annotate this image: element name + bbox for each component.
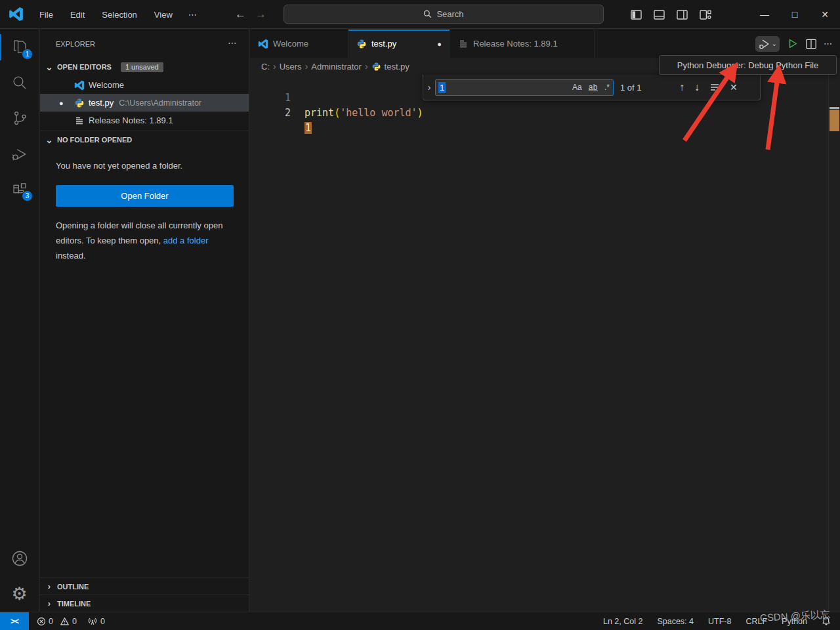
- find-buttons: ↑ ↓ ✕: [679, 81, 738, 93]
- more-actions-icon[interactable]: ⋯: [824, 39, 833, 49]
- tab-release-notes[interactable]: Release Notes: 1.89.1: [450, 30, 595, 58]
- release-notes-icon: [458, 39, 469, 49]
- sidebar-more-actions-icon[interactable]: ⋯: [228, 37, 238, 48]
- breadcrumb-drive[interactable]: C:: [261, 62, 270, 72]
- close-button[interactable]: ✕: [810, 0, 840, 29]
- editor-item-path: C:\Users\Administrator: [119, 98, 201, 108]
- remote-indicator[interactable]: ><: [0, 612, 29, 630]
- breadcrumb-administrator[interactable]: Administrator: [311, 62, 362, 72]
- command-center-search[interactable]: Search: [284, 5, 604, 24]
- modified-dot-icon[interactable]: ●: [437, 40, 442, 48]
- overview-ruler-find-marker: [830, 110, 839, 131]
- menu-bar: File Edit Selection View ⋯: [33, 0, 203, 29]
- tab-testpy[interactable]: test.py ●: [348, 30, 450, 58]
- line-number: 2: [250, 106, 291, 121]
- activitybar-search[interactable]: [0, 65, 39, 100]
- error-count: 0: [49, 617, 53, 626]
- no-folder-note: Opening a folder will close all currentl…: [56, 218, 234, 263]
- close-find-icon[interactable]: ✕: [730, 82, 738, 93]
- search-icon: [423, 10, 432, 18]
- customize-layout-icon[interactable]: [700, 10, 711, 20]
- whole-word-icon[interactable]: ab: [589, 83, 598, 92]
- breadcrumb-users[interactable]: Users: [280, 62, 302, 72]
- section-outline[interactable]: › OUTLINE: [40, 578, 249, 595]
- chevron-right-icon: ›: [272, 61, 278, 72]
- section-timeline[interactable]: › TIMELINE: [40, 595, 249, 612]
- indentation[interactable]: Spaces: 4: [657, 617, 694, 626]
- toggle-panel-icon[interactable]: [654, 10, 665, 20]
- open-folder-button[interactable]: Open Folder: [56, 185, 234, 207]
- add-a-folder-link[interactable]: add a folder: [163, 236, 209, 245]
- breadcrumb-file[interactable]: test.py: [371, 62, 410, 72]
- problems-indicator[interactable]: 0 0: [37, 617, 77, 626]
- token-string: 'hello world': [340, 107, 417, 119]
- find-options: Aa ab .*: [572, 83, 610, 92]
- ports-indicator[interactable]: 0: [87, 616, 105, 626]
- find-query-selected: 1: [438, 82, 446, 93]
- warning-icon: [60, 617, 70, 626]
- activitybar-extensions[interactable]: 3: [0, 171, 39, 207]
- open-editor-release-notes[interactable]: Release Notes: 1.89.1: [40, 112, 249, 129]
- token-paren: ): [417, 107, 423, 119]
- find-in-selection-icon[interactable]: [709, 82, 720, 93]
- activitybar-source-control[interactable]: [0, 100, 39, 136]
- activitybar-run-debug[interactable]: [0, 136, 39, 171]
- previous-match-icon[interactable]: ↑: [679, 81, 684, 93]
- open-editors-label: OPEN EDITORS: [57, 63, 112, 71]
- chevron-right-icon: ›: [364, 61, 369, 72]
- menu-view[interactable]: View: [148, 7, 179, 22]
- regex-icon[interactable]: .*: [604, 83, 610, 92]
- notifications-bell-icon[interactable]: [822, 616, 831, 626]
- activity-bar: 1 3 ⚙: [0, 30, 39, 612]
- code-text: print('hello world'): [304, 106, 423, 121]
- maximize-button[interactable]: □: [780, 0, 810, 29]
- forward-arrow-icon[interactable]: →: [255, 8, 266, 21]
- section-no-folder[interactable]: ⌄ NO FOLDER OPENED: [40, 131, 249, 148]
- editor-item-label: test.py: [89, 98, 114, 108]
- vscode-logo-icon: [258, 39, 268, 49]
- match-case-icon[interactable]: Aa: [572, 83, 582, 92]
- ports-count: 0: [100, 617, 105, 626]
- eol-sequence[interactable]: CRLF: [746, 617, 767, 626]
- language-mode[interactable]: Python: [782, 617, 807, 626]
- gear-icon: ⚙: [11, 585, 27, 603]
- toggle-replace-icon[interactable]: ›: [423, 82, 435, 93]
- open-editor-welcome[interactable]: Welcome: [40, 76, 249, 94]
- minimize-button[interactable]: —: [749, 0, 780, 29]
- chevron-down-icon: ⌄: [44, 62, 54, 72]
- tab-welcome[interactable]: Welcome: [250, 30, 348, 58]
- unsaved-badge: 1 unsaved: [121, 62, 163, 72]
- back-arrow-icon[interactable]: ←: [235, 8, 246, 21]
- token-paren: (: [334, 107, 340, 119]
- tab-label: Release Notes: 1.89.1: [473, 39, 558, 49]
- activitybar-explorer[interactable]: 1: [0, 30, 39, 65]
- overview-ruler-cursor-marker: [830, 107, 839, 109]
- find-input[interactable]: 1 Aa ab .*: [435, 79, 614, 96]
- toggle-sidebar-icon[interactable]: [631, 10, 642, 20]
- python-debug-run-button[interactable]: ⌄: [755, 36, 780, 52]
- activitybar-settings[interactable]: ⚙: [0, 576, 39, 612]
- sidebar-title-label: EXPLORER: [56, 40, 95, 48]
- code-editor[interactable]: 1 print('hello world') 2 1: [250, 75, 840, 612]
- split-editor-icon[interactable]: [805, 38, 817, 50]
- editor-actions: ⌄ ⋯: [755, 30, 833, 58]
- section-open-editors[interactable]: ⌄ OPEN EDITORS 1 unsaved: [40, 58, 249, 75]
- menu-edit[interactable]: Edit: [64, 7, 91, 22]
- python-icon: [74, 98, 85, 108]
- next-match-icon[interactable]: ↓: [694, 81, 700, 93]
- encoding[interactable]: UTF-8: [708, 617, 731, 626]
- release-notes-icon: [74, 116, 85, 126]
- overview-ruler-border: [828, 75, 829, 612]
- open-editor-testpy[interactable]: ● test.py C:\Users\Administrator: [40, 94, 249, 112]
- cursor-position[interactable]: Ln 2, Col 2: [603, 617, 642, 626]
- menu-overflow-icon[interactable]: ⋯: [183, 7, 203, 22]
- account-icon: [10, 549, 29, 568]
- run-python-file-icon[interactable]: [786, 37, 799, 50]
- find-widget: › 1 Aa ab .* 1 of 1 ↑ ↓ ✕: [423, 75, 761, 100]
- note-text: instead.: [56, 251, 86, 261]
- toggle-secondary-sidebar-icon[interactable]: [677, 10, 688, 20]
- menu-selection[interactable]: Selection: [95, 7, 143, 22]
- menu-file[interactable]: File: [33, 7, 60, 22]
- activitybar-account[interactable]: [0, 541, 39, 576]
- window-controls: — □ ✕: [749, 0, 840, 29]
